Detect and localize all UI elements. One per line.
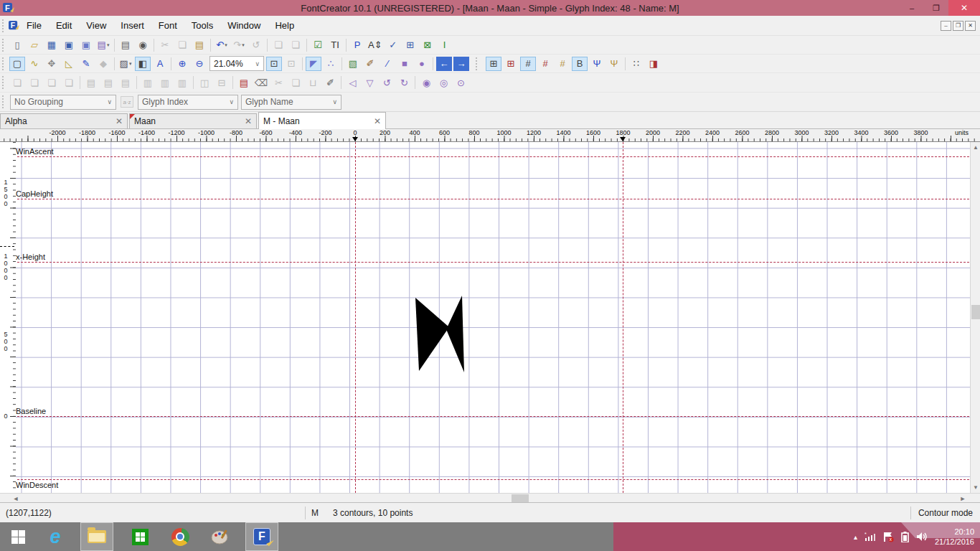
flip-horizontal-button[interactable]: ◁	[344, 75, 360, 90]
tab-close-icon[interactable]: ✕	[245, 116, 252, 126]
show-bearings-toggle[interactable]: B	[572, 57, 588, 71]
validation-button[interactable]: ✓	[385, 38, 401, 52]
import-image-button[interactable]: ▧	[345, 57, 361, 71]
rotate-cw-button[interactable]: ↻	[396, 75, 412, 90]
glyph-name-combo[interactable]: Glyph Name ∨	[241, 95, 341, 110]
vertical-scroll-thumb[interactable]	[971, 305, 980, 319]
paste-button[interactable]: ▤	[192, 38, 207, 52]
glyph-outline[interactable]	[0, 142, 970, 493]
tab-close-icon[interactable]: ✕	[374, 116, 381, 126]
compare-fonts-button[interactable]: ⊞	[402, 38, 418, 52]
menu-insert[interactable]: Insert	[113, 18, 151, 33]
rectangle-tool[interactable]: ■	[397, 57, 413, 71]
horizontal-ruler[interactable]: units -2000-1800-1600-1400-1200-1000-800…	[0, 129, 980, 142]
horizontal-scrollbar[interactable]: ◄ ►	[0, 493, 980, 502]
next-glyph-button[interactable]: →	[453, 57, 469, 71]
lasso-tool[interactable]: ∿	[27, 57, 42, 71]
taskbar-file-explorer[interactable]	[80, 522, 113, 551]
menu-file[interactable]: File	[19, 18, 49, 33]
union-button[interactable]: ◉	[418, 75, 434, 90]
point-mode-tool[interactable]: ∴	[323, 57, 339, 71]
mdi-restore-button[interactable]: ❐	[953, 21, 963, 31]
open-font-button[interactable]: ▱	[27, 38, 42, 52]
select-tool[interactable]: ▢	[9, 57, 25, 71]
scroll-up-icon[interactable]: ▲	[971, 142, 980, 153]
network-icon[interactable]: *	[864, 532, 876, 542]
taskbar-paint[interactable]	[205, 522, 235, 551]
scroll-right-icon[interactable]: ►	[957, 494, 969, 503]
find-button[interactable]: ◉	[135, 38, 151, 52]
rotate-ccw-button[interactable]: ↺	[379, 75, 395, 90]
horizontal-scroll-thumb[interactable]	[512, 494, 529, 502]
background-image-button[interactable]: ▨▾	[118, 57, 133, 71]
taskbar-fontcreator[interactable]: F	[245, 522, 278, 551]
volume-icon[interactable]	[916, 532, 928, 542]
menu-font[interactable]: Font	[151, 18, 184, 33]
taskbar-windows-store[interactable]	[125, 522, 155, 551]
metrics-compare-button[interactable]: ◨	[646, 57, 661, 71]
ellipse-tool[interactable]: ●	[414, 57, 430, 71]
grouping-combo[interactable]: No Grouping ∨	[10, 95, 116, 110]
lock-guidelines-toggle[interactable]: #	[555, 57, 570, 71]
kerning-button[interactable]: ⊠	[420, 38, 435, 52]
tab-maan[interactable]: Maan ✕	[129, 113, 257, 128]
exclude-button[interactable]: ◎	[435, 75, 451, 90]
zoom-out-button[interactable]: ⊖	[192, 57, 207, 71]
taskbar-internet-explorer[interactable]: e	[40, 522, 70, 551]
show-grid-toggle[interactable]: ⊞	[486, 57, 501, 71]
font-overview-button[interactable]: ▦	[44, 38, 60, 52]
lock-anchor-button[interactable]: Ψ	[606, 57, 622, 71]
line-tool[interactable]: ∕	[380, 57, 395, 71]
scroll-left-icon[interactable]: ◄	[10, 494, 22, 503]
snap-guidelines-toggle[interactable]: #	[537, 57, 553, 71]
menu-edit[interactable]: Edit	[49, 18, 79, 33]
start-button[interactable]	[3, 522, 33, 551]
autometrics-button[interactable]: A⇕	[367, 38, 384, 52]
knife-tool[interactable]: ✎	[78, 57, 94, 71]
menu-tools[interactable]: Tools	[184, 18, 220, 33]
zoom-in-button[interactable]: ⊕	[174, 57, 190, 71]
glyph-right-contour[interactable]	[446, 296, 464, 372]
anchor-button[interactable]: Ψ	[589, 57, 605, 71]
flip-vertical-button[interactable]: ▽	[362, 75, 377, 90]
hidden-icons-button[interactable]: ▴	[854, 533, 857, 541]
vertical-scrollbar[interactable]: ▲ ▼	[970, 142, 980, 493]
eraser-button[interactable]: ⌫	[253, 75, 269, 90]
mdi-close-button[interactable]: ✕	[965, 21, 976, 31]
intersect-button[interactable]: ⊙	[453, 75, 468, 90]
sweep-button[interactable]: ✐	[322, 75, 338, 90]
glyph-left-contour[interactable]	[415, 298, 449, 371]
measure-tool[interactable]: ◺	[61, 57, 77, 71]
contour-mode-toggle[interactable]: ◧	[135, 57, 151, 71]
zoom-fit-button[interactable]: ⊡	[266, 57, 282, 71]
scroll-down-icon[interactable]: ▼	[971, 482, 980, 493]
pan-tool[interactable]: ✥	[44, 57, 60, 71]
edit-mode-tool[interactable]: ◤	[306, 57, 321, 71]
mdi-minimize-button[interactable]: ‒	[941, 21, 951, 31]
taskbar-chrome[interactable]	[165, 522, 195, 551]
taskbar-clock[interactable]: 20:10 21/12/2016	[935, 527, 974, 547]
menu-window[interactable]: Window	[220, 18, 268, 33]
zoom-level-combo[interactable]: 21.04% ∨	[209, 56, 264, 71]
action-center-flag-icon[interactable]: x	[883, 532, 894, 542]
restore-button[interactable]: ❐	[924, 0, 948, 16]
undo-button[interactable]: ↶▾	[214, 38, 230, 52]
input-field-button[interactable]: TI	[327, 38, 343, 52]
save-all-button[interactable]: ▣	[78, 38, 94, 52]
show-points-toggle[interactable]: ∷	[628, 57, 644, 71]
complete-composites-button[interactable]: ☑	[310, 38, 326, 52]
glyph-index-combo[interactable]: Glyph Index ∨	[138, 95, 238, 110]
transform-panel-button[interactable]: ▤	[236, 75, 252, 90]
snap-grid-toggle[interactable]: ⊞	[503, 57, 519, 71]
properties-button[interactable]: P	[349, 38, 365, 52]
export-font-button[interactable]: ▤▾	[95, 38, 111, 52]
glyph-edit-button[interactable]: ✐	[362, 57, 378, 71]
menu-help[interactable]: Help	[268, 18, 301, 33]
tab-alpha[interactable]: Alpha ✕	[0, 113, 128, 128]
previous-glyph-button[interactable]: ←	[436, 57, 452, 71]
save-button[interactable]: ▣	[61, 38, 77, 52]
show-guidelines-toggle[interactable]: #	[520, 57, 536, 71]
insert-character-button[interactable]: I	[437, 38, 453, 52]
new-font-button[interactable]: ▯	[9, 38, 25, 52]
codepoint-toggle[interactable]: A	[152, 57, 168, 71]
